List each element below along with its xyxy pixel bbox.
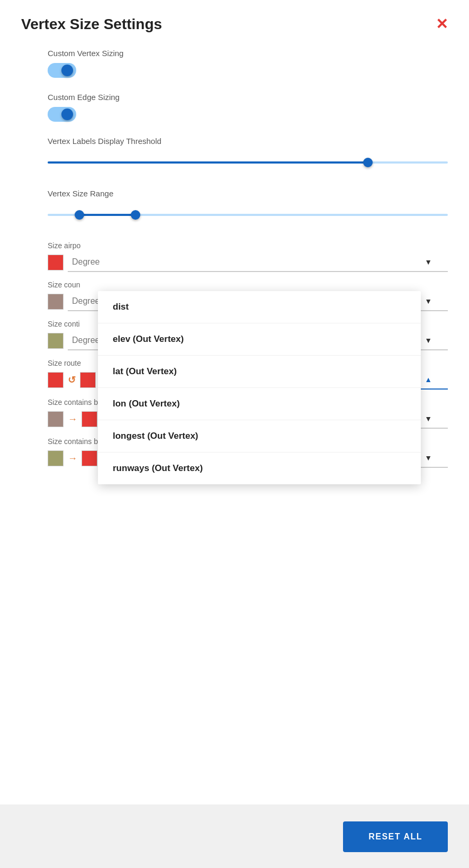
custom-edge-sizing-label: Custom Edge Sizing — [48, 93, 448, 102]
continent-chevron-icon: ▼ — [425, 336, 432, 345]
contains-2-swatch-to — [82, 450, 97, 466]
custom-edge-sizing-group: Custom Edge Sizing — [21, 93, 448, 122]
contains-2-swatch-from — [48, 450, 64, 466]
dropdown-item-lat[interactable]: lat (Out Vertex) — [98, 356, 421, 388]
reset-button-container: RESET ALL — [343, 821, 448, 852]
slider-thumb-1[interactable] — [363, 158, 373, 167]
route-swatch-to — [80, 372, 96, 388]
vertex-labels-threshold-label: Vertex Labels Display Threshold — [48, 137, 448, 146]
main-panel: Vertex Size Settings ✕ Custom Vertex Siz… — [0, 0, 469, 868]
contains-1-swatch-from — [48, 411, 64, 427]
dropdown-item-runways[interactable]: runways (Out Vertex) — [98, 453, 421, 484]
slider-fill-2 — [79, 214, 136, 216]
custom-vertex-sizing-toggle[interactable] — [48, 63, 76, 78]
slider-track-1 — [48, 161, 448, 164]
airport-chevron-icon: ▼ — [425, 258, 432, 266]
toggle-thumb-2 — [61, 108, 73, 120]
route-chevron-icon: ▲ — [425, 375, 432, 384]
slider-fill-1 — [48, 161, 368, 164]
slider-thumb-2b[interactable] — [131, 210, 140, 220]
custom-vertex-sizing-label: Custom Vertex Sizing — [48, 49, 448, 58]
dropdown-item-longest[interactable]: longest (Out Vertex) — [98, 420, 421, 453]
airport-select-text: Degree — [72, 257, 100, 267]
continent-swatch — [48, 333, 64, 349]
dropdown-item-elev[interactable]: elev (Out Vertex) — [98, 323, 421, 356]
page-title: Vertex Size Settings — [21, 16, 162, 33]
vertex-labels-threshold-group: Vertex Labels Display Threshold — [21, 137, 448, 174]
contains-1-arrow-icon: → — [68, 414, 77, 425]
contains-1-chevron-icon: ▼ — [425, 414, 432, 423]
vertex-labels-threshold-slider[interactable] — [48, 151, 448, 174]
country-swatch — [48, 294, 64, 310]
vertex-size-range-slider[interactable] — [48, 203, 448, 227]
airport-swatch — [48, 255, 64, 270]
contains-2-arrow-icon: → — [68, 453, 77, 464]
country-chevron-icon: ▼ — [425, 297, 432, 305]
size-airport-label: Size airpo — [48, 241, 448, 250]
dropdown-item-lon[interactable]: lon (Out Vertex) — [98, 388, 421, 420]
route-reset-icon[interactable]: ↺ — [68, 374, 76, 386]
close-button[interactable]: ✕ — [436, 17, 448, 32]
airport-select[interactable]: Degree ▼ — [68, 253, 448, 271]
header: Vertex Size Settings ✕ — [21, 16, 448, 33]
toggle-thumb — [61, 65, 73, 76]
vertex-size-range-label: Vertex Size Range — [48, 189, 448, 198]
reset-all-button[interactable]: RESET ALL — [343, 821, 448, 852]
slider-track-2 — [48, 214, 448, 216]
custom-vertex-sizing-group: Custom Vertex Sizing — [21, 49, 448, 78]
dropdown-overlay: dist elev (Out Vertex) lat (Out Vertex) … — [98, 291, 421, 484]
slider-thumb-2a[interactable] — [75, 210, 84, 220]
airport-select-wrapper: Degree ▼ — [68, 253, 448, 272]
contains-2-chevron-icon: ▼ — [425, 454, 432, 462]
contains-1-swatch-to — [82, 411, 97, 427]
size-airport-section: Size airpo Degree ▼ — [21, 241, 448, 272]
country-select-text: Degree — [72, 296, 100, 306]
custom-edge-sizing-toggle[interactable] — [48, 107, 76, 122]
continent-select-text: Degree — [72, 336, 100, 345]
route-swatch-from — [48, 372, 64, 388]
size-country-label: Size coun — [48, 281, 448, 289]
vertex-size-range-group: Vertex Size Range — [21, 189, 448, 227]
size-airport-row: Degree ▼ — [48, 253, 448, 272]
dropdown-item-dist[interactable]: dist — [98, 291, 421, 323]
